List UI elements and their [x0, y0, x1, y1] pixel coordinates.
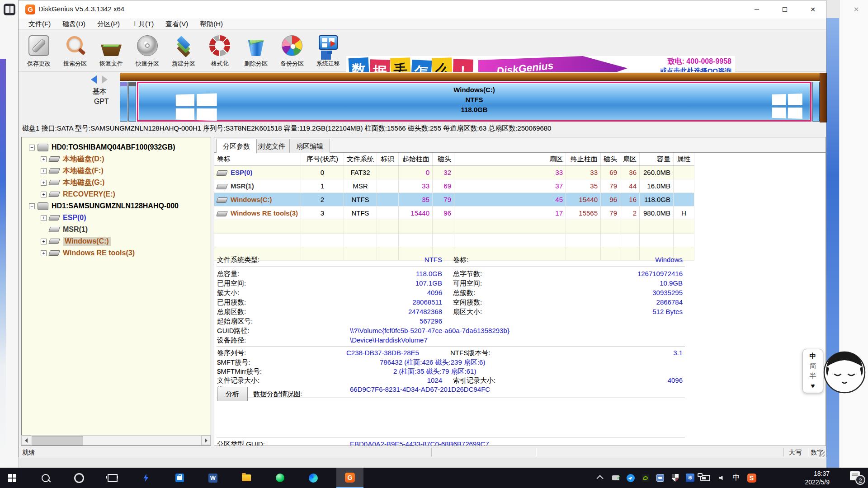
tree-item-esp[interactable]: + ESP(0) — [41, 212, 86, 223]
taskbar-clock[interactable]: 18:37 2022/5/9 — [805, 469, 830, 487]
taskbar-app-diskgenius-active[interactable]: G — [336, 468, 363, 488]
new-partition-button[interactable]: 新建分区 — [164, 32, 203, 70]
tree-item-hd0[interactable]: − HD0:TOSHIBAMQ04ABF100(932GB) — [29, 142, 175, 153]
table-row-esp[interactable]: ESP(0) 0FAT32 0 3233 3369 36260.0MB — [214, 166, 694, 179]
tray-bird-app[interactable] — [623, 468, 638, 488]
start-button[interactable] — [2, 468, 23, 488]
scroll-left-icon[interactable] — [22, 436, 31, 445]
tray-s-app[interactable]: S — [744, 468, 759, 488]
expand-icon[interactable]: + — [41, 250, 47, 256]
tray-printer[interactable] — [608, 468, 623, 488]
background-close-icon[interactable]: ✕ — [847, 4, 865, 15]
tray-ime[interactable]: 中 — [729, 468, 744, 488]
disc-icon — [137, 35, 158, 56]
backup-partition-button[interactable]: 备份分区 — [273, 32, 311, 70]
taskbar-app-explorer[interactable] — [236, 468, 257, 488]
taskbar-app-lightning[interactable] — [136, 468, 156, 488]
collapse-icon[interactable]: − — [29, 203, 35, 209]
expand-icon[interactable]: + — [41, 215, 47, 221]
task-view-button[interactable] — [102, 468, 123, 488]
scroll-thumb[interactable] — [32, 436, 83, 446]
save-changes-button[interactable]: 保存更改 — [19, 32, 58, 70]
collapse-icon[interactable]: − — [29, 145, 35, 150]
tree-item-local-f[interactable]: + 本地磁盘(F:) — [41, 165, 104, 176]
background-window-right — [839, 0, 868, 468]
cortana-button[interactable] — [69, 468, 90, 488]
expand-icon[interactable]: + — [41, 239, 47, 244]
delete-partition-button[interactable]: 删除分区 — [236, 32, 275, 70]
tray-battery[interactable] — [698, 468, 712, 488]
table-row-msr[interactable]: MSR(1) 1MSR 33 6937 3579 4416.0MB — [214, 179, 694, 193]
title-bar[interactable]: G DiskGenius V5.4.3.1342 x64 ─ ☐ ✕ — [19, 0, 826, 19]
partition-icon — [48, 180, 60, 185]
partition-block-esp[interactable] — [120, 82, 127, 122]
taskbar-app-edge[interactable] — [303, 468, 324, 488]
menu-help[interactable]: 帮助(H) — [194, 19, 228, 29]
ime-widget[interactable]: 中 简 半 ♥ — [802, 349, 823, 393]
tree-item-recovery-e[interactable]: + RECOVERY(E:) — [41, 189, 115, 200]
search-partition-button[interactable]: 搜索分区 — [56, 32, 94, 70]
menu-file[interactable]: 文件(F) — [23, 19, 56, 29]
speaker-icon — [719, 476, 723, 480]
close-button[interactable]: ✕ — [799, 0, 827, 19]
table-row-windows-c-selected[interactable]: Windows(C:) 2NTFS 35 7945 1544096 16118.… — [214, 193, 694, 206]
menu-partition[interactable]: 分区(P) — [92, 19, 125, 29]
menu-disk[interactable]: 磁盘(D) — [57, 19, 91, 29]
desktop-wallpaper-sliver-right — [826, 18, 839, 468]
format-button[interactable]: 格式化 — [200, 32, 239, 70]
snowflake-icon: ❄ — [686, 474, 694, 482]
banner-phone[interactable]: 致电: 400-008-9958 — [668, 57, 731, 66]
taskbar-app-green[interactable] — [269, 468, 290, 488]
table-empty-row — [214, 234, 694, 247]
partition-block-msr[interactable] — [128, 82, 136, 122]
quick-partition-button[interactable]: 快速分区 — [128, 32, 167, 70]
disk-icon — [38, 202, 48, 210]
partition-icon — [48, 156, 60, 162]
tree-item-msr[interactable]: MSR(1) — [41, 224, 88, 235]
tray-defender[interactable] — [668, 468, 683, 488]
tray-expand-button[interactable] — [593, 468, 608, 488]
divider — [217, 347, 685, 347]
tray-intel[interactable] — [653, 468, 668, 488]
system-migrate-button[interactable]: 系统迁移 — [309, 32, 348, 70]
analyze-button[interactable]: 分析 — [217, 387, 248, 401]
tab-browse-files[interactable]: 浏览文件 — [251, 139, 292, 153]
recover-files-button[interactable]: 恢复文件 — [92, 32, 131, 70]
tab-partition-params[interactable]: 分区参数 — [216, 139, 257, 153]
tree-horizontal-scrollbar[interactable] — [21, 435, 211, 446]
expand-icon[interactable]: + — [41, 180, 47, 186]
maximize-button[interactable]: ☐ — [771, 0, 799, 19]
disk-table-type-label: GPT — [94, 98, 109, 106]
tray-snowflake-app[interactable]: ❄ — [683, 468, 698, 488]
background-app-icon — [4, 4, 15, 15]
partition-block-re-tools[interactable] — [812, 82, 820, 122]
tab-sector-edit[interactable]: 扇区编辑 — [289, 139, 330, 153]
notification-badge[interactable]: 2 — [855, 475, 865, 485]
tree-item-local-d[interactable]: + 本地磁盘(D:) — [41, 154, 104, 164]
scroll-right-icon[interactable] — [201, 436, 211, 445]
taskbar-app-store[interactable] — [169, 468, 190, 488]
divider — [431, 448, 432, 456]
next-disk-icon[interactable] — [102, 75, 108, 84]
partition-block-windows-c[interactable]: Windows(C:) NTFS 118.0GB — [137, 82, 811, 122]
expand-icon[interactable]: + — [41, 192, 47, 197]
tree-item-windows-re[interactable]: + Windows RE tools(3) — [41, 248, 135, 258]
menu-view[interactable]: 查看(V) — [160, 19, 193, 29]
prev-disk-icon[interactable] — [91, 75, 97, 84]
pie-ring-icon — [209, 35, 230, 56]
minimize-button[interactable]: ─ — [743, 0, 771, 19]
tree-item-hd1[interactable]: − HD1:SAMSUNGMZNLN128HAHQ-000 — [29, 201, 179, 211]
taskbar-app-word[interactable]: W — [203, 468, 223, 488]
tray-volume[interactable] — [713, 468, 728, 488]
shield-icon — [672, 474, 679, 482]
expand-icon[interactable]: + — [41, 156, 47, 162]
tree-item-local-g[interactable]: + 本地磁盘(G:) — [41, 177, 104, 188]
tray-nvidia[interactable] — [638, 468, 653, 488]
tree-item-windows-c[interactable]: + Windows(C:) — [41, 236, 111, 247]
disk-info-line: 磁盘1 接口:SATA 型号:SAMSUNGMZNLN128HAHQ-000H1… — [22, 124, 551, 133]
expand-icon[interactable]: + — [41, 168, 47, 174]
menu-tools[interactable]: 工具(T) — [126, 19, 159, 29]
table-row-windows-re[interactable]: Windows RE tools(3) 3NTFS 15440 9617 155… — [214, 206, 694, 220]
intel-icon — [656, 474, 664, 482]
taskbar-search-button[interactable] — [35, 468, 56, 488]
